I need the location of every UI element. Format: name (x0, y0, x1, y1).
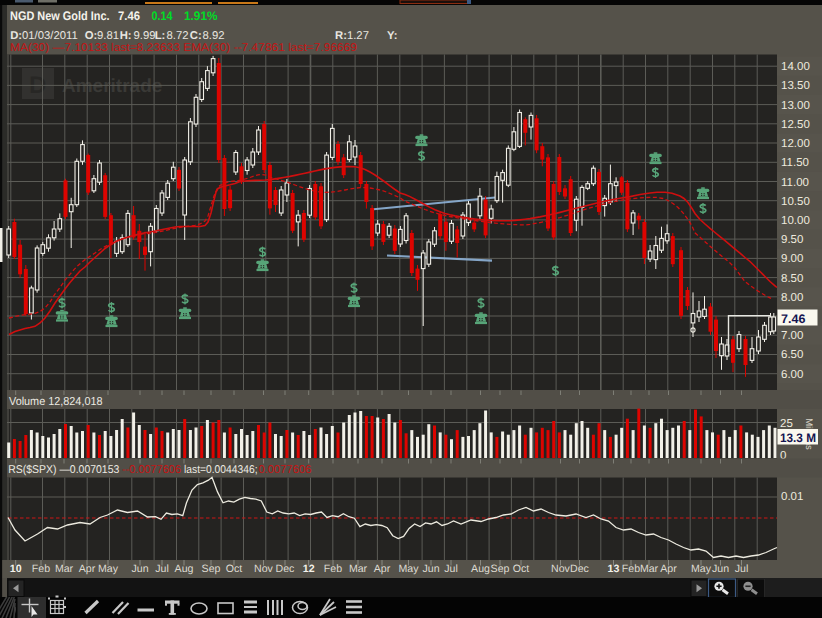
svg-text:7.46: 7.46 (118, 9, 140, 23)
svg-text:14.00: 14.00 (781, 61, 810, 73)
svg-text:D:: D: (10, 30, 22, 42)
svg-text:H:: H: (120, 30, 132, 42)
svg-text:MA(30) —7.10133 last=8.23633 E: MA(30) —7.10133 last=8.23633 EMA(30) ‐‐7… (10, 42, 357, 54)
svg-text:0.0077606: 0.0077606 (259, 464, 312, 476)
svg-text:12.50: 12.50 (781, 119, 810, 131)
svg-text:7.00: 7.00 (781, 330, 803, 342)
svg-text:9.50: 9.50 (781, 234, 803, 246)
svg-text:1.91%: 1.91% (184, 9, 218, 23)
svg-text:10.50: 10.50 (781, 196, 810, 208)
svg-text:13.00: 13.00 (781, 100, 810, 112)
svg-text:12.00: 12.00 (781, 138, 810, 150)
svg-text:9.81: 9.81 (97, 30, 119, 42)
svg-text:8.72: 8.72 (167, 30, 189, 42)
svg-text:9.99: 9.99 (134, 30, 156, 42)
svg-text:NGD New Gold Inc.: NGD New Gold Inc. (10, 9, 110, 23)
svg-text:0.01: 0.01 (781, 491, 803, 503)
svg-text:Y:: Y: (387, 30, 397, 42)
svg-text:25: 25 (780, 418, 793, 430)
svg-text:L:: L: (155, 30, 166, 42)
svg-text:8.92: 8.92 (203, 30, 225, 42)
svg-text:11.50: 11.50 (781, 157, 809, 169)
svg-text:last=0.0044346;: last=0.0044346; (184, 464, 258, 476)
svg-text:RS($SPX) —0.0070153: RS($SPX) —0.0070153 (8, 464, 119, 476)
svg-text:6.00: 6.00 (781, 369, 803, 381)
svg-text:7.46: 7.46 (781, 312, 805, 326)
svg-text:11.00: 11.00 (781, 177, 809, 189)
svg-text:‐‐0.0077606: ‐‐0.0077606 (122, 464, 181, 476)
svg-text:9.00: 9.00 (781, 253, 803, 265)
svg-text:13.50: 13.50 (781, 80, 810, 92)
svg-text:01/03/2011: 01/03/2011 (22, 30, 78, 42)
svg-text:10.00: 10.00 (781, 215, 810, 227)
svg-text:8.50: 8.50 (781, 273, 803, 285)
svg-text:6.50: 6.50 (781, 349, 803, 361)
svg-text:8.00: 8.00 (781, 292, 803, 304)
svg-text:R:1.27: R:1.27 (335, 30, 369, 42)
svg-text:C:: C: (190, 30, 202, 42)
svg-text:Volume 12,824,018: Volume 12,824,018 (9, 396, 103, 408)
svg-text:13.3 M: 13.3 M (780, 431, 816, 445)
svg-text:O:: O: (85, 30, 98, 42)
svg-text:Ameritrade: Ameritrade (62, 76, 162, 97)
svg-text:0.14: 0.14 (152, 9, 173, 23)
